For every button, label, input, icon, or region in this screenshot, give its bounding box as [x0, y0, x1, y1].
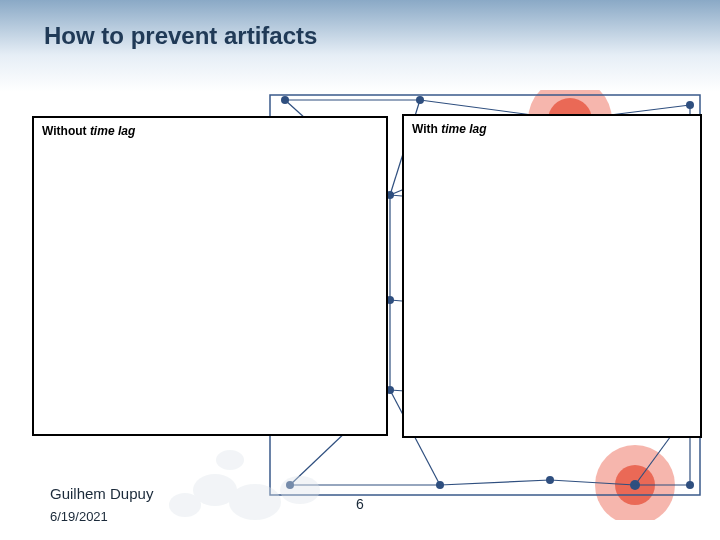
svg-point-46 [229, 484, 281, 520]
slide: How to prevent artifacts Without time la… [0, 0, 720, 540]
panel-without-timelag: Without time lag [32, 116, 388, 436]
panel-right-phrase: time lag [441, 122, 486, 136]
panel-right-lead: With [412, 122, 441, 136]
author-name: Guilhem Dupuy [50, 485, 153, 502]
panel-with-timelag: With time lag [402, 114, 702, 438]
svg-point-48 [216, 450, 244, 470]
panel-left-lead: Without [42, 124, 90, 138]
page-number: 6 [356, 496, 364, 512]
panel-left-phrase: time lag [90, 124, 135, 138]
svg-line-39 [440, 480, 550, 485]
watermark-blobs [160, 440, 340, 530]
slide-title: How to prevent artifacts [44, 22, 317, 50]
svg-point-47 [280, 476, 320, 504]
panel-left-label: Without time lag [42, 124, 135, 138]
slide-date: 6/19/2021 [50, 509, 108, 524]
panel-right-label: With time lag [412, 122, 487, 136]
